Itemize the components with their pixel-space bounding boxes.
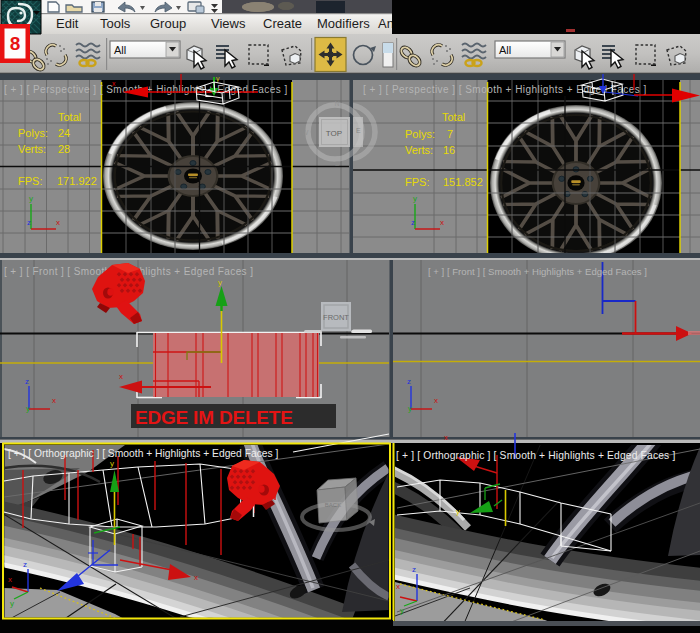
svg-text:x: x	[434, 396, 438, 405]
svg-text:171.922: 171.922	[57, 175, 97, 187]
svg-text:x: x	[112, 80, 116, 87]
svg-text:An: An	[378, 16, 394, 31]
svg-text:y: y	[29, 194, 33, 203]
svg-text:y: y	[456, 507, 460, 516]
svg-text:x: x	[52, 396, 56, 405]
svg-text:x: x	[8, 575, 12, 584]
svg-text:S: S	[335, 160, 340, 167]
svg-text:y: y	[413, 194, 417, 203]
svg-text:7: 7	[447, 128, 453, 140]
svg-text:y: y	[10, 599, 14, 608]
svg-text:8: 8	[10, 33, 21, 54]
svg-text:x: x	[444, 433, 448, 442]
svg-text:z: z	[27, 218, 31, 227]
svg-text:All: All	[114, 44, 126, 56]
svg-text:28: 28	[58, 143, 70, 155]
svg-text:TOP: TOP	[326, 129, 342, 138]
svg-text:Verts:: Verts:	[18, 143, 46, 155]
svg-text:y: y	[216, 75, 220, 83]
svg-text:FPS:: FPS:	[405, 176, 429, 188]
svg-text:Verts:: Verts:	[405, 144, 433, 156]
svg-text:z: z	[407, 377, 411, 386]
svg-text:EDGE IM DELETE: EDGE IM DELETE	[135, 407, 293, 428]
svg-text:Edit: Edit	[56, 16, 79, 31]
svg-text:N: N	[334, 100, 339, 107]
svg-text:BACK: BACK	[325, 502, 341, 508]
svg-text:FRONT: FRONT	[323, 313, 349, 322]
svg-text:24: 24	[58, 127, 70, 139]
svg-text:Total: Total	[58, 111, 81, 123]
svg-text:z: z	[411, 218, 415, 227]
svg-text:x: x	[440, 218, 444, 227]
svg-text:y: y	[400, 606, 404, 615]
svg-text:Polys:: Polys:	[18, 127, 48, 139]
svg-text:151.852: 151.852	[443, 176, 483, 188]
svg-text:z: z	[23, 560, 27, 569]
svg-text:x: x	[56, 218, 60, 227]
svg-text:E: E	[356, 127, 361, 134]
svg-text:Views: Views	[211, 16, 246, 31]
svg-text:16: 16	[443, 144, 455, 156]
svg-text:Total: Total	[442, 111, 465, 123]
svg-text:All: All	[499, 44, 511, 56]
svg-text:FPS:: FPS:	[18, 175, 42, 187]
svg-text:Polys:: Polys:	[405, 128, 435, 140]
svg-text:y: y	[110, 459, 114, 468]
svg-text:Modifiers: Modifiers	[317, 16, 370, 31]
svg-text:Tools: Tools	[100, 16, 131, 31]
svg-text:Create: Create	[263, 16, 302, 31]
svg-text:[ + ] [ Front ] [ Smooth + Hig: [ + ] [ Front ] [ Smooth + Highlights + …	[428, 266, 647, 277]
svg-text:x: x	[119, 372, 123, 381]
svg-text:z: z	[412, 565, 416, 574]
svg-text:x: x	[194, 573, 198, 582]
svg-text:[ + ] [ Orthographic ] [ Smoot: [ + ] [ Orthographic ] [ Smooth + Highli…	[8, 448, 279, 459]
svg-text:Group: Group	[150, 16, 186, 31]
svg-text:W: W	[302, 129, 309, 136]
svg-text:y: y	[218, 278, 222, 287]
svg-text:[ + ] [ Orthographic ] [ Smoot: [ + ] [ Orthographic ] [ Smooth + Highli…	[396, 450, 675, 461]
svg-text:z: z	[25, 377, 29, 386]
svg-text:x: x	[396, 582, 400, 591]
